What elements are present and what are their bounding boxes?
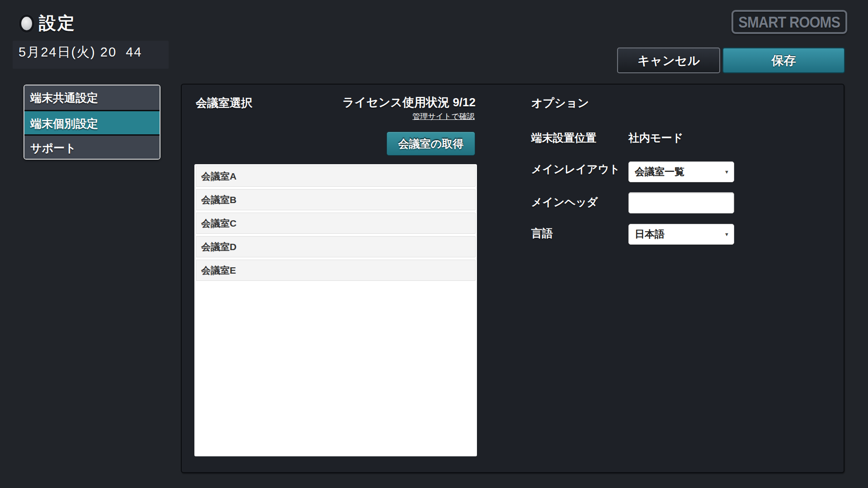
caret-down-icon: ▼ <box>724 169 729 175</box>
settings-screen: 設定 5月24日(火) 20 44 SMART ROOMS キャンセル 保存 端… <box>0 0 868 488</box>
settings-panel: 会議室選択 ライセンス使用状況 9/12 管理サイトで確認 会議室の取得 会議室… <box>181 84 844 473</box>
options-title: オプション <box>531 95 589 110</box>
terminal-location-label: 端末設置位置 <box>531 131 596 145</box>
language-selected-value: 日本語 <box>635 227 665 241</box>
license-usage-status: ライセンス使用状況 9/12 <box>317 95 476 110</box>
smart-rooms-logo: SMART ROOMS <box>731 10 847 34</box>
main-header-label: メインヘッダ <box>531 195 598 209</box>
terminal-location-value: 社内モード <box>628 131 683 145</box>
admin-site-link[interactable]: 管理サイトで確認 <box>317 111 475 122</box>
main-header-input[interactable] <box>628 192 734 213</box>
language-label: 言語 <box>531 226 553 241</box>
tab-terminal-common-settings[interactable]: 端末共通設定 <box>24 85 160 110</box>
datetime-label: 5月24日(火) 20 44 <box>19 43 142 62</box>
cancel-button[interactable]: キャンセル <box>617 47 720 73</box>
room-list: 会議室A 会議室B 会議室C 会議室D 会議室E <box>194 164 477 456</box>
main-layout-label: メインレイアウト <box>531 162 620 176</box>
main-layout-select[interactable]: 会議室一覧 ▼ <box>628 161 734 182</box>
room-list-item[interactable]: 会議室E <box>196 260 476 281</box>
main-layout-selected-value: 会議室一覧 <box>635 165 684 179</box>
room-list-item[interactable]: 会議室C <box>196 213 476 234</box>
room-list-item[interactable]: 会議室A <box>196 166 476 187</box>
smart-rooms-logo-text: SMART ROOMS <box>739 13 840 31</box>
language-select[interactable]: 日本語 ▼ <box>628 224 734 245</box>
tab-support[interactable]: サポート <box>24 134 160 159</box>
room-list-item[interactable]: 会議室B <box>196 189 476 210</box>
status-circle-icon <box>19 14 34 33</box>
page-title: 設定 <box>19 12 76 35</box>
caret-down-icon: ▼ <box>724 232 729 237</box>
fetch-rooms-button[interactable]: 会議室の取得 <box>387 132 475 156</box>
room-select-title: 会議室選択 <box>196 95 252 110</box>
settings-tab-group: 端末共通設定 端末個別設定 サポート <box>24 85 160 160</box>
page-title-label: 設定 <box>39 12 76 35</box>
tab-terminal-individual-settings[interactable]: 端末個別設定 <box>24 110 160 134</box>
room-list-item[interactable]: 会議室D <box>196 236 476 257</box>
save-button[interactable]: 保存 <box>722 47 845 73</box>
